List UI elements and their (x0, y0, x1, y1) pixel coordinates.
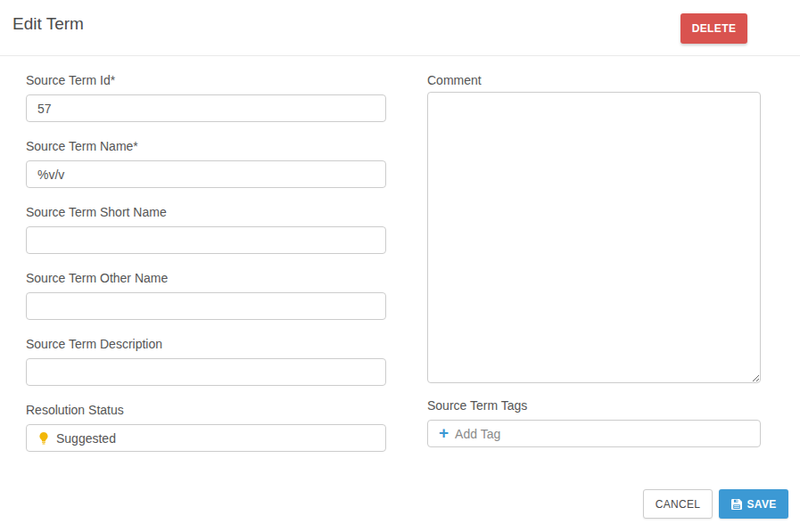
delete-button[interactable]: DELETE (680, 13, 747, 44)
save-button-label: SAVE (747, 498, 777, 511)
header-divider (0, 55, 800, 56)
form-left-column: Source Term Id* Source Term Name* Source… (26, 73, 386, 452)
resolution-status-input[interactable]: Suggested (26, 424, 386, 452)
save-icon (731, 499, 742, 510)
comment-label: Comment (427, 73, 761, 88)
footer-actions: CANCEL SAVE (643, 489, 788, 519)
form-right-column: Comment Source Term Tags + Add Tag (427, 73, 761, 447)
lightbulb-icon (37, 431, 50, 446)
source-term-description-input[interactable] (26, 358, 386, 386)
comment-textarea[interactable] (427, 92, 761, 383)
source-term-id-label: Source Term Id* (26, 73, 386, 88)
plus-icon: + (439, 424, 449, 441)
source-term-short-name-label: Source Term Short Name (26, 205, 386, 220)
source-term-name-input[interactable] (26, 160, 386, 188)
source-term-other-name-label: Source Term Other Name (26, 271, 386, 286)
source-term-tags-label: Source Term Tags (427, 398, 761, 413)
cancel-button[interactable]: CANCEL (643, 489, 713, 519)
resolution-status-label: Resolution Status (26, 403, 386, 418)
source-term-short-name-input[interactable] (26, 226, 386, 254)
source-term-description-label: Source Term Description (26, 337, 386, 352)
resolution-status-value: Suggested (56, 431, 116, 446)
source-term-name-label: Source Term Name* (26, 139, 386, 154)
add-tag-input[interactable]: + Add Tag (427, 420, 761, 447)
source-term-id-input[interactable] (26, 94, 386, 122)
edit-term-page: Edit Term DELETE Source Term Id* Source … (0, 0, 800, 532)
source-term-other-name-input[interactable] (26, 292, 386, 320)
save-button[interactable]: SAVE (719, 489, 788, 519)
page-title: Edit Term (12, 14, 84, 34)
add-tag-placeholder: Add Tag (455, 427, 500, 441)
